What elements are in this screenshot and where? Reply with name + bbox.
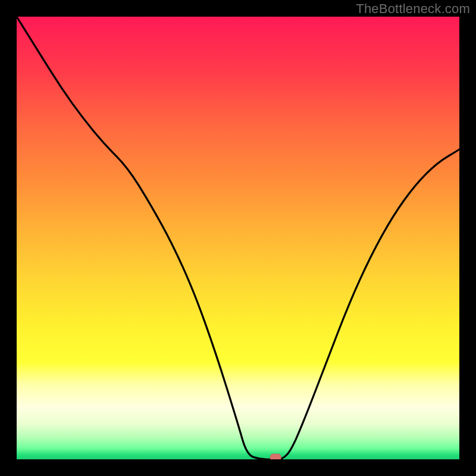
optimal-marker bbox=[270, 454, 281, 459]
plot-area bbox=[17, 17, 459, 459]
chart-frame: TheBottleneck.com bbox=[0, 0, 476, 476]
bottleneck-curve bbox=[17, 17, 459, 459]
watermark-text: TheBottleneck.com bbox=[356, 1, 470, 17]
curve-layer bbox=[17, 17, 459, 459]
